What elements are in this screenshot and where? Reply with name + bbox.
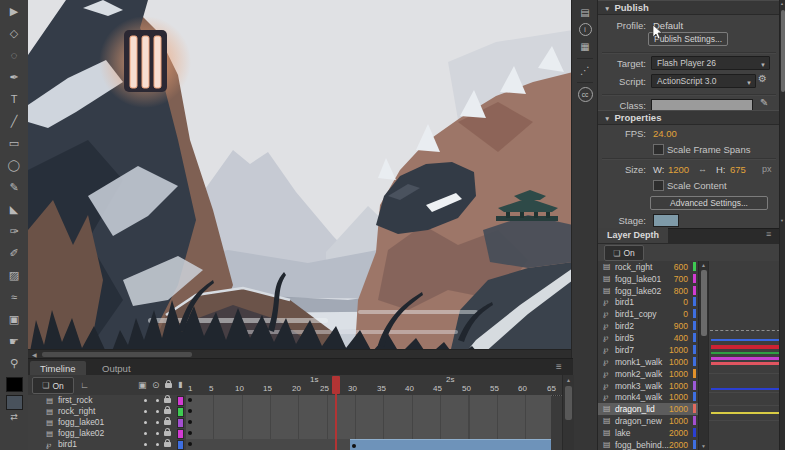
depth-value[interactable]: 0 (654, 309, 688, 319)
visibility-dot[interactable] (144, 410, 147, 413)
hscroll-thumb[interactable] (42, 352, 192, 357)
lock-icon[interactable] (164, 409, 171, 414)
visibility-dot[interactable] (144, 443, 147, 446)
stage-canvas[interactable] (28, 0, 573, 362)
rectangle-tool-button[interactable]: ▭ (0, 132, 28, 154)
layer-depth-row[interactable]: ▤lake2000 (598, 427, 698, 439)
script-settings-wrench-icon[interactable]: ⚙ (758, 73, 767, 84)
depth-value[interactable]: 700 (654, 274, 688, 284)
ink-bottle-tool-button[interactable]: ✑ (0, 220, 28, 242)
lock-icon[interactable] (164, 431, 171, 436)
visibility-dot[interactable] (144, 432, 147, 435)
paint-bucket-tool-button[interactable]: ◣ (0, 198, 28, 220)
stage-color-swatch[interactable] (653, 214, 679, 227)
pen-tool-button[interactable]: ✒ (0, 66, 28, 88)
depth-value[interactable]: 1000 (654, 345, 688, 355)
lock-icon[interactable] (164, 398, 171, 403)
creative-cloud-icon[interactable]: cc (572, 86, 598, 103)
eye-column-icon[interactable]: ⊙ (152, 380, 160, 390)
panel-menu-icon[interactable]: ≡ (766, 229, 771, 239)
properties-panel-icon[interactable]: ▤ (572, 4, 598, 21)
depth-value[interactable]: 1000 (654, 381, 688, 391)
tab-layer-depth[interactable]: Layer Depth (598, 228, 668, 243)
depth-value[interactable]: 1000 (654, 369, 688, 379)
width-value[interactable]: 1200 (668, 164, 689, 175)
line-tool-button[interactable]: ╱ (0, 110, 28, 132)
visibility-dot[interactable] (144, 421, 147, 424)
info-panel-icon[interactable]: i (572, 21, 598, 38)
tab-timeline[interactable]: Timeline (30, 361, 86, 375)
depth-value[interactable]: 2000 (654, 428, 688, 438)
layer-depth-row[interactable]: ℘bird1_copy0 (598, 308, 698, 320)
height-value[interactable]: 675 (730, 164, 746, 175)
depth-value[interactable]: 400 (654, 333, 688, 343)
timeline-depth-on-button[interactable]: ❏ On (32, 377, 74, 394)
lock-column-icon[interactable] (165, 383, 172, 388)
advanced-settings-button[interactable]: Advanced Settings... (650, 196, 768, 210)
properties-section-header[interactable]: ▼Properties (598, 110, 780, 125)
depth-graph[interactable] (708, 261, 781, 450)
tween-span[interactable] (350, 439, 551, 450)
depth-value[interactable]: 1000 (654, 404, 688, 414)
graph-editor-icon[interactable]: ∟ (80, 380, 89, 390)
frame-row[interactable] (186, 439, 551, 450)
layer-depth-row[interactable]: ℘monk4_walk1000 (598, 391, 698, 403)
zoom-tool-button[interactable]: ⚲ (0, 352, 28, 374)
lock-icon[interactable] (164, 420, 171, 425)
selection-tool-button[interactable]: ▶ (0, 0, 28, 22)
layer-depth-row[interactable]: ▤fogg_lake01700 (598, 273, 698, 285)
outline-dot[interactable] (156, 410, 159, 413)
width-tool-button[interactable]: ≈ (0, 286, 28, 308)
depth-value[interactable]: 900 (654, 321, 688, 331)
layer-depth-row[interactable]: ▤fogg_behind...2000 (598, 439, 698, 450)
target-dropdown[interactable]: Flash Player 26 ▼ (651, 56, 770, 70)
depth-value[interactable]: 800 (654, 286, 688, 296)
eraser-tool-button[interactable]: ▨ (0, 264, 28, 286)
depth-value[interactable]: 2000 (654, 440, 688, 450)
outline-dot[interactable] (156, 399, 159, 402)
eyedropper-tool-button[interactable]: ✐ (0, 242, 28, 264)
depth-value[interactable]: 600 (654, 262, 688, 272)
outline-dot[interactable] (156, 421, 159, 424)
depth-value[interactable]: 1000 (654, 416, 688, 426)
script-dropdown[interactable]: ActionScript 3.0 ▼ (651, 74, 756, 88)
depth-value[interactable]: 0 (654, 297, 688, 307)
class-edit-pencil-icon[interactable]: ✎ (760, 97, 768, 108)
scroll-left-icon[interactable]: ◀ (32, 351, 37, 358)
align-panel-icon[interactable]: ▦ (572, 38, 598, 55)
frame-ruler[interactable]: 1s 2s 1 5 10 15 20 25 30 35 40 45 50 55 … (186, 375, 562, 396)
layer-depth-row[interactable]: ▤dragon_new1000 (598, 415, 698, 427)
layer-depth-row[interactable]: ℘bird71000 (598, 344, 698, 356)
outline-column-icon[interactable]: ▮ (178, 380, 182, 389)
depth-value[interactable]: 1000 (654, 357, 688, 367)
stroke-color-swatch[interactable] (6, 377, 23, 392)
layer-depth-row[interactable]: ℘bird2900 (598, 320, 698, 332)
motion-panel-icon[interactable]: ⋰ (572, 62, 598, 79)
text-tool-button[interactable]: T (0, 88, 28, 110)
layer-depth-on-button[interactable]: ❏ On (604, 245, 644, 261)
outline-dot[interactable] (156, 443, 159, 446)
publish-section-header[interactable]: ▼Publish (598, 0, 780, 15)
oval-tool-button[interactable]: ◯ (0, 154, 28, 176)
scale-content-checkbox[interactable] (653, 180, 664, 191)
timeline-layer-row[interactable]: ℘bird1 (28, 439, 186, 450)
fps-value[interactable]: 24.00 (653, 128, 677, 139)
layer-depth-row[interactable]: ▤rock_right600 (598, 261, 698, 273)
brush-tool-button[interactable]: ✎ (0, 176, 28, 198)
fill-color-swatch[interactable] (6, 395, 23, 410)
layer-depth-row[interactable]: ℘bird5400 (598, 332, 698, 344)
layer-depth-row-selected[interactable]: ▤dragon_lid1000 (598, 403, 698, 415)
layer-depth-row[interactable]: ℘monk1_walk1000 (598, 356, 698, 368)
panel-menu-icon[interactable]: ≡ (556, 361, 562, 372)
lasso-tool-button[interactable]: ◌ (0, 44, 28, 66)
visibility-dot[interactable] (144, 399, 147, 402)
camera-tool-button[interactable]: ▣ (0, 308, 28, 330)
timeline-vscrollbar[interactable]: ▲ (562, 375, 574, 450)
playhead-line[interactable] (335, 377, 337, 450)
camera-column-icon[interactable]: ▣ (138, 380, 147, 390)
lock-icon[interactable] (164, 442, 171, 447)
right-panel-scrollbar[interactable]: ▲ ▼ (779, 0, 785, 450)
layer-depth-row[interactable]: ℘monk2_walk1000 (598, 368, 698, 380)
layer-depth-row[interactable]: ℘bird10 (598, 296, 698, 308)
scale-frame-spans-checkbox[interactable] (653, 144, 664, 155)
